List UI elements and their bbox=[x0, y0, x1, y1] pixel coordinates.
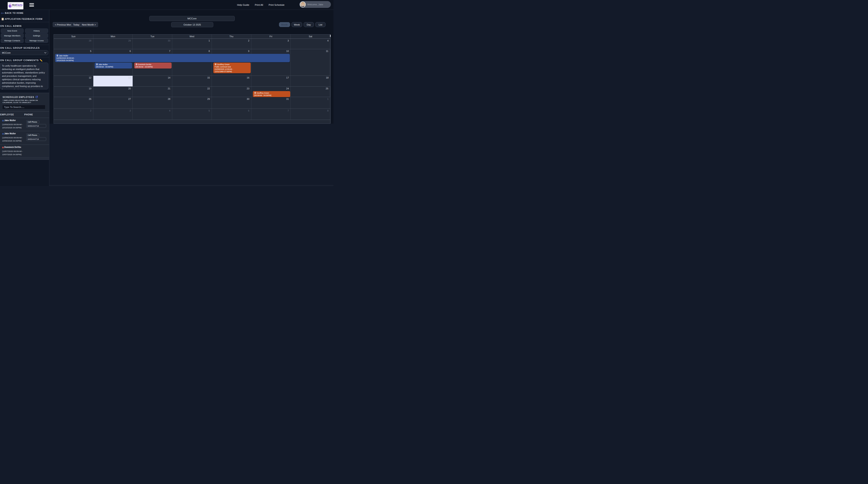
day-cell[interactable]: 1 bbox=[172, 39, 212, 49]
admin-button-manage-access[interactable]: Manage Access bbox=[25, 38, 48, 43]
admin-button-history[interactable]: History bbox=[25, 29, 48, 33]
day-cell[interactable]: 6 bbox=[93, 49, 133, 76]
day-cell[interactable]: 26 bbox=[54, 97, 93, 109]
employee-name: Jake Muller bbox=[4, 119, 16, 121]
top-link-help-guide[interactable]: Help Guide bbox=[237, 4, 249, 6]
person-icon bbox=[135, 63, 137, 65]
calendar-week-row: 2829301234 bbox=[54, 39, 330, 49]
day-cell[interactable]: 18 bbox=[291, 76, 330, 86]
day-cell[interactable]: 3 bbox=[251, 39, 291, 49]
chevron-down-icon bbox=[44, 52, 46, 53]
calendar-event[interactable]: Dominick DeVito(08:00AM - 04:00PM) bbox=[134, 63, 172, 68]
day-cell[interactable]: 2 bbox=[212, 39, 251, 49]
view-button-day[interactable]: Day bbox=[304, 22, 314, 27]
view-button-month[interactable]: Month bbox=[279, 22, 290, 27]
day-cell[interactable]: 30 bbox=[212, 97, 251, 109]
current-date-label: October 13 2025 bbox=[171, 22, 213, 27]
notepad-icon bbox=[1, 18, 4, 21]
calendar-event[interactable]: Jake Muller(08:00AM - 04:00PM) bbox=[95, 63, 132, 68]
day-cell[interactable]: 11 bbox=[291, 49, 330, 76]
employee-rows: Jake Muller(10/05/2025 08:00AM -10/10/20… bbox=[0, 118, 49, 158]
day-cell[interactable]: 7 bbox=[133, 49, 172, 76]
employee-search-input[interactable] bbox=[3, 105, 45, 109]
external-link-icon[interactable] bbox=[35, 95, 38, 98]
employee-row[interactable]: Dominick DeVito(10/07/2025 08:00AM -10/0… bbox=[0, 145, 49, 158]
horizontal-scrollbar[interactable] bbox=[0, 185, 334, 186]
employee-color-dot bbox=[2, 120, 4, 121]
employee-date-range: (10/06/2025 08:00AM -10/06/2025 04:00PM) bbox=[2, 136, 23, 142]
day-cell[interactable]: 8 bbox=[291, 109, 330, 120]
day-cell[interactable]: 14 bbox=[133, 76, 172, 86]
day-cell[interactable]: 19 bbox=[54, 87, 93, 97]
admin-button-settings[interactable]: Settings bbox=[25, 33, 48, 38]
calendar-scrollbar-thumb[interactable] bbox=[330, 35, 331, 37]
calendar-group-title[interactable]: MCCore bbox=[149, 16, 235, 21]
view-button-list[interactable]: List bbox=[315, 22, 326, 27]
top-link-print-schedule[interactable]: Print Schedule bbox=[269, 4, 284, 6]
day-cell[interactable]: 27 bbox=[93, 97, 133, 109]
day-cell[interactable]: 4 bbox=[291, 39, 330, 49]
top-link-print-all[interactable]: Print All bbox=[255, 4, 263, 6]
day-cell[interactable]: 12 bbox=[54, 76, 93, 86]
edit-comments-pencil-icon[interactable]: ✏️ bbox=[39, 59, 43, 61]
day-header-thu: Thu bbox=[212, 34, 251, 38]
admin-button-manage-members[interactable]: Manage Members bbox=[1, 33, 24, 38]
cell-phone-input[interactable] bbox=[26, 124, 46, 128]
day-cell[interactable]: 21 bbox=[133, 87, 172, 97]
day-cell[interactable]: 7 bbox=[251, 109, 291, 120]
day-cell[interactable]: 16 bbox=[212, 76, 251, 86]
day-cell[interactable]: 1 bbox=[291, 97, 330, 109]
admin-button-manage-contacts[interactable]: Manage Contacts bbox=[1, 38, 24, 43]
admin-button-grid: New EventHistoryManage MembersSettingsMa… bbox=[1, 29, 48, 43]
day-cell[interactable]: 5 bbox=[54, 49, 93, 76]
day-cell[interactable]: 20 bbox=[93, 87, 133, 97]
day-cell[interactable]: 28 bbox=[54, 39, 93, 49]
group-schedule-select[interactable]: MCCore bbox=[0, 50, 48, 55]
day-cell[interactable]: 15 bbox=[172, 76, 212, 86]
day-header-row: SunMonTueWedThuFriSat bbox=[54, 34, 330, 39]
employee-table-header: EMPLOYEE PHONE bbox=[0, 112, 49, 118]
day-cell[interactable]: 3 bbox=[93, 109, 133, 120]
person-icon bbox=[215, 63, 217, 65]
day-cell[interactable]: 6 bbox=[212, 109, 251, 120]
calendar-event-multiday[interactable]: Jake Muller(10/05/2025 08:00AM -10/10/20… bbox=[55, 54, 290, 62]
calendar-grid: SunMonTueWedThuFriSat 282930123456789101… bbox=[54, 34, 331, 124]
day-cell-today[interactable]: 13 bbox=[93, 76, 133, 86]
user-menu-button[interactable]: Welcome, Jake bbox=[300, 1, 331, 8]
cell-phone-label: Cell Phone - bbox=[26, 134, 39, 137]
group-schedules-heading: ON CALL GROUP SCHEDULES bbox=[0, 47, 40, 49]
application-feedback-form-link[interactable]: APPLICATION FEEDBACK FORM bbox=[1, 18, 42, 21]
employee-date-range: (10/07/2025 08:00AM -10/07/2025 04:00PM) bbox=[2, 150, 23, 156]
sidebar-scrollbar[interactable] bbox=[0, 159, 49, 160]
day-cell[interactable]: 31 bbox=[251, 97, 291, 109]
day-cell[interactable]: 8 bbox=[172, 49, 212, 76]
calendar-event[interactable]: Geoffrey Green(08:00AM - 04:00PM) bbox=[253, 91, 290, 97]
cell-phone-input[interactable] bbox=[26, 137, 46, 141]
day-cell[interactable]: 2 bbox=[54, 109, 93, 120]
next-month-button[interactable]: Next Month > bbox=[80, 22, 98, 27]
employee-row[interactable]: Jake Muller(10/06/2025 08:00AM -10/06/20… bbox=[0, 131, 49, 145]
on-call-admin-heading: ON CALL ADMIN bbox=[0, 25, 22, 27]
admin-button-new-event[interactable]: New Event bbox=[1, 29, 24, 33]
day-cell[interactable]: 29 bbox=[172, 97, 212, 109]
view-toggle-group: MonthWeekDayList bbox=[279, 22, 326, 27]
day-cell[interactable]: 30 bbox=[133, 39, 172, 49]
day-cell[interactable]: 5 bbox=[172, 109, 212, 120]
view-button-week[interactable]: Week bbox=[291, 22, 302, 27]
divider bbox=[0, 22, 49, 22]
day-cell[interactable]: 23 bbox=[212, 87, 251, 97]
day-cell[interactable]: 22 bbox=[172, 87, 212, 97]
day-cell[interactable]: 4 bbox=[133, 109, 172, 120]
group-comments-heading: ON CALL GROUP COMMENTS ✏️ bbox=[0, 59, 43, 62]
employee-row[interactable]: Jake Muller(10/05/2025 08:00AM -10/10/20… bbox=[0, 118, 49, 131]
calendar-event[interactable]: Geoffrey GreenPublic comment test(10/09/… bbox=[213, 63, 251, 73]
day-cell[interactable]: 10 bbox=[251, 49, 291, 76]
avatar bbox=[300, 1, 306, 7]
day-cell[interactable]: 28 bbox=[133, 97, 172, 109]
day-cell[interactable]: 29 bbox=[93, 39, 133, 49]
day-cell[interactable]: 17 bbox=[251, 76, 291, 86]
brain-shield-logo-icon bbox=[8, 3, 12, 8]
hamburger-menu-icon[interactable] bbox=[29, 3, 34, 7]
day-cell[interactable]: 25 bbox=[291, 87, 330, 97]
back-to-home-link[interactable]: BACK TO HOME bbox=[1, 12, 24, 14]
